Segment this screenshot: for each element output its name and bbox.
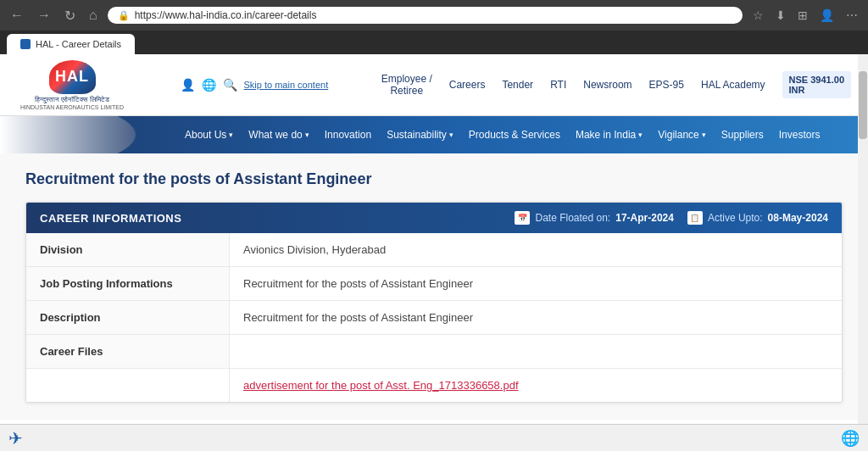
profile-button[interactable]: 👤 [816, 7, 837, 24]
user-icon[interactable]: 👤 [181, 78, 195, 92]
scrollbar-thumb[interactable] [859, 71, 867, 139]
career-card: CAREER INFORMATIONS 📅 Date Floated on: 1… [25, 202, 843, 403]
top-nav: Employee / Retiree Careers Tender RTI Ne… [381, 71, 851, 98]
job-posting-value: Recruitment for the posts of Assistant E… [230, 267, 842, 300]
nav-sustainability[interactable]: Sustainability ▾ [380, 119, 460, 151]
browser-actions: ☆ ⬇ ⊞ 👤 ⋯ [749, 7, 861, 24]
logo-hal-text: HAL [55, 68, 89, 86]
top-icons-area: 👤 🌐 🔍 Skip to main content [181, 78, 329, 92]
page-content: Recruitment for the posts of Assistant E… [0, 153, 868, 420]
back-button[interactable]: ← [7, 6, 27, 25]
nav-what-we-do[interactable]: What we do ▾ [242, 119, 315, 151]
scrollbar[interactable] [858, 54, 868, 451]
table-row: Description Recruitment for the posts of… [26, 301, 842, 335]
forward-button[interactable]: → [34, 6, 54, 25]
table-row: Career Files [26, 335, 842, 369]
table-row: Division Avionics Division, Hyderabad [26, 233, 842, 267]
date-floated-item: 📅 Date Floated on: 17-Apr-2024 [515, 211, 673, 225]
search-icon[interactable]: 🔍 [223, 78, 237, 92]
nav-investors[interactable]: Investors [772, 119, 827, 151]
job-posting-label: Job Posting Informations [26, 267, 230, 300]
logo-hindi: हिन्दुस्तान एरोनॉटिक्स लिमिटेड [35, 96, 108, 104]
top-nav-newsroom[interactable]: Newsroom [583, 79, 632, 91]
tab-bar: HAL - Career Details [0, 31, 868, 54]
active-upto-label: Active Upto: [708, 212, 763, 224]
nav-about-us[interactable]: About Us ▾ [178, 119, 240, 151]
website-body: HAL हिन्दुस्तान एरोनॉटिक्स लिमिटेड HINDU… [0, 54, 868, 451]
top-nav-hal-academy[interactable]: HAL Academy [701, 79, 765, 91]
bottom-right-icon: 🌐 [841, 429, 860, 448]
globe-icon[interactable]: 🌐 [202, 78, 216, 92]
favicon [20, 39, 31, 49]
info-table: Division Avionics Division, Hyderabad Jo… [26, 233, 842, 402]
career-card-header: CAREER INFORMATIONS 📅 Date Floated on: 1… [26, 203, 842, 233]
date-floated-label: Date Floated on: [535, 212, 610, 224]
pdf-link[interactable]: advertisement for the post of Asst. Eng_… [243, 379, 519, 392]
division-value: Avionics Division, Hyderabad [230, 233, 842, 266]
logo-area: HAL हिन्दुस्तान एरोनॉटिक्स लिमिटेड HINDU… [17, 59, 127, 110]
calendar-icon-active: 📋 [687, 211, 703, 225]
nav-suppliers[interactable]: Suppliers [715, 119, 771, 151]
date-floated-value: 17-Apr-2024 [615, 212, 674, 224]
career-files-label: Career Files [26, 335, 230, 368]
browser-chrome: ← → ↻ ⌂ 🔒 https://www.hal-india.co.in/ca… [0, 0, 868, 31]
page-title: Recruitment for the posts of Assistant E… [25, 170, 843, 188]
top-nav-rti[interactable]: RTI [550, 79, 566, 91]
empty-label [26, 369, 230, 402]
top-nav-careers[interactable]: Careers [449, 79, 486, 91]
sustainability-arrow: ▾ [449, 131, 453, 139]
menu-button[interactable]: ⋯ [843, 7, 861, 24]
active-tab[interactable]: HAL - Career Details [7, 34, 135, 54]
main-nav: About Us ▾ What we do ▾ Innovation Susta… [0, 116, 868, 153]
nav-vigilance[interactable]: Vigilance ▾ [651, 119, 712, 151]
nse-badge: NSE 3941.00 INR [782, 71, 851, 98]
career-info-title: CAREER INFORMATIONS [40, 212, 181, 225]
logo-english: HINDUSTAN AERONAUTICS LIMITED [20, 104, 124, 110]
lock-icon: 🔒 [118, 10, 130, 21]
active-upto-value: 08-May-2024 [768, 212, 828, 224]
logo-circle: HAL [49, 60, 96, 94]
top-nav-tender[interactable]: Tender [502, 79, 533, 91]
refresh-button[interactable]: ↻ [61, 6, 79, 25]
date-section: 📅 Date Floated on: 17-Apr-2024 📋 Active … [515, 211, 828, 225]
tab-title: HAL - Career Details [36, 39, 121, 49]
nav-products-services[interactable]: Products & Services [462, 119, 567, 151]
top-nav-employee[interactable]: Employee / Retiree [381, 73, 432, 97]
career-files-value [230, 335, 842, 368]
home-button[interactable]: ⌂ [86, 6, 101, 25]
division-label: Division [26, 233, 230, 266]
table-row: Job Posting Informations Recruitment for… [26, 267, 842, 301]
nav-items: About Us ▾ What we do ▾ Innovation Susta… [170, 116, 868, 153]
star-button[interactable]: ☆ [749, 7, 767, 24]
calendar-icon-floated: 📅 [515, 211, 530, 225]
skip-to-main-link[interactable]: Skip to main content [244, 80, 329, 90]
plane-icon: ✈ [8, 428, 23, 448]
active-upto-item: 📋 Active Upto: 08-May-2024 [687, 211, 828, 225]
about-us-arrow: ▾ [229, 131, 233, 139]
nav-make-in-india[interactable]: Make in India ▾ [569, 119, 649, 151]
description-label: Description [26, 301, 230, 334]
top-nav-eps[interactable]: EPS-95 [649, 79, 684, 91]
table-row: advertisement for the post of Asst. Eng_… [26, 369, 842, 402]
description-value: Recruitment for the posts of Assistant E… [230, 301, 842, 334]
make-in-india-arrow: ▾ [638, 131, 643, 139]
download-button[interactable]: ⬇ [772, 7, 789, 24]
vigilance-arrow: ▾ [702, 131, 706, 139]
file-link-value: advertisement for the post of Asst. Eng_… [230, 369, 842, 402]
logo-image: HAL हिन्दुस्तान एरोनॉटिक्स लिमिटेड HINDU… [17, 59, 127, 110]
address-url: https://www.hal-india.co.in/career-detai… [135, 9, 317, 21]
address-bar[interactable]: 🔒 https://www.hal-india.co.in/career-det… [108, 7, 743, 24]
top-header: HAL हिन्दुस्तान एरोनॉटिक्स लिमिटेड HINDU… [0, 54, 868, 116]
bottom-bar: ✈ 🌐 [0, 424, 868, 451]
nav-innovation[interactable]: Innovation [318, 119, 378, 151]
what-we-do-arrow: ▾ [305, 131, 309, 139]
extensions-button[interactable]: ⊞ [794, 7, 811, 24]
